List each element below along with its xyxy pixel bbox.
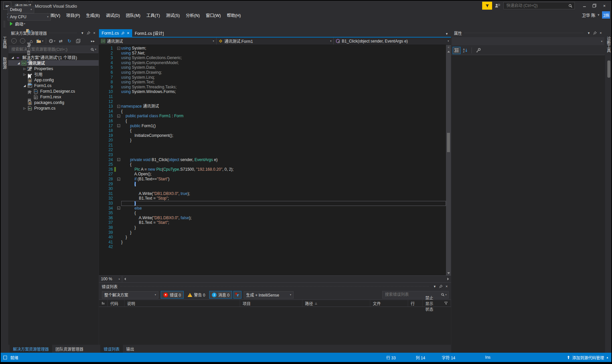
scroll-left-icon[interactable] (124, 278, 126, 280)
back-icon[interactable]: ← (10, 37, 18, 45)
column-header-项目[interactable]: 项目 (240, 300, 303, 307)
code-line[interactable]: 12 (99, 99, 446, 104)
code-line[interactable]: 9using System.Threading.Tasks; (99, 85, 446, 90)
window-position-chevron-down-icon[interactable]: ▾ (432, 283, 438, 289)
errors-toggle-button[interactable]: × 错误 0 (161, 291, 184, 299)
code-line[interactable]: 11 (99, 94, 446, 99)
pending-changes-filter-icon[interactable]: ▾ (48, 37, 56, 45)
properties-body[interactable] (451, 55, 605, 353)
code-line[interactable]: 41} (99, 240, 446, 245)
chevron-down-icon[interactable]: ▾ (27, 8, 32, 11)
feedback-icon[interactable] (495, 3, 500, 8)
pin-icon[interactable] (121, 32, 125, 35)
fold-toggle-icon[interactable]: – (116, 157, 121, 162)
code-line[interactable]: 20 } (99, 138, 446, 143)
tab-团队资源管理器[interactable]: 团队资源管理器 (52, 345, 87, 353)
fold-toggle-icon[interactable]: – (116, 177, 121, 182)
code-line[interactable]: 3using System.Collections.Generic; (99, 55, 446, 60)
fold-toggle-icon[interactable]: – (116, 46, 121, 51)
code-line[interactable]: 29 { (99, 182, 446, 187)
search-icon[interactable] (90, 47, 94, 51)
decrease-indent-icon[interactable] (7, 65, 51, 73)
code-line[interactable]: 35 { (99, 211, 446, 216)
column-header-说明[interactable]: 说明 (125, 300, 240, 307)
tab-输出[interactable]: 输出 (123, 345, 137, 353)
menu-团队(M)[interactable]: 团队(M) (123, 12, 143, 19)
menu-调试(D)[interactable]: 调试(D) (103, 12, 123, 19)
code-line[interactable]: 21 (99, 143, 446, 148)
chevron-down-icon[interactable]: ▾ (445, 293, 447, 296)
clear-bookmarks-icon[interactable] (7, 97, 51, 105)
quick-launch-box[interactable] (503, 2, 575, 9)
code-line[interactable]: 2using S7.Net; (99, 51, 446, 56)
fold-toggle-icon[interactable]: – (116, 114, 121, 119)
type-dropdown[interactable]: 通讯测试.Form1 ▾ (217, 38, 334, 45)
code-line[interactable]: 15– public partial class Form1 : Form (99, 114, 446, 119)
warnings-toggle-button[interactable]: ! 警告 0 (185, 291, 208, 299)
project-dropdown[interactable]: C# 通讯测试 ▾ (99, 38, 217, 45)
window-position-chevron-down-icon[interactable]: ▾ (79, 30, 85, 36)
close-icon[interactable]: × (599, 2, 609, 10)
chevron-down-icon[interactable]: ▾ (330, 40, 331, 43)
messages-toggle-button[interactable]: i 消息 0 (209, 291, 232, 299)
menu-工具(T)[interactable]: 工具(T) (143, 12, 163, 19)
column-header-文件[interactable]: 文件 (370, 300, 408, 307)
alphabetical-icon[interactable]: AZ (461, 47, 469, 54)
code-line[interactable]: 24– private void B1_Click(object sender,… (99, 157, 446, 162)
window-position-chevron-down-icon[interactable]: ▾ (586, 30, 592, 36)
overflow-icon[interactable]: ▸▸ (89, 37, 97, 45)
code-line[interactable]: 6using System.Drawing; (99, 70, 446, 75)
search-icon[interactable] (441, 293, 445, 297)
tab-错误列表[interactable]: 错误列表 (100, 345, 123, 353)
code-line[interactable]: 25 { (99, 162, 446, 167)
fold-toggle-icon[interactable]: – (116, 124, 121, 129)
menu-分析(N)[interactable]: 分析(N) (183, 12, 203, 19)
close-icon[interactable]: × (127, 31, 130, 36)
code-line[interactable]: 13–namespace 通讯测试 (99, 104, 446, 109)
collapse-definitions-icon[interactable] (7, 49, 51, 57)
account-area[interactable]: 卫华 陈 ▼ 卫陈 (582, 11, 611, 19)
categorized-icon[interactable] (453, 47, 461, 54)
code-line[interactable]: 37 B1.Text = "Start"; (99, 220, 446, 225)
tab-解决方案资源管理器[interactable]: 解决方案资源管理器 (10, 345, 52, 353)
pin-icon[interactable] (592, 30, 598, 36)
notifications-icon[interactable] (482, 2, 492, 10)
document-tab-Form1.cs[interactable]: Form1.cs× (99, 29, 132, 37)
code-line[interactable]: 5using System.Data; (99, 65, 446, 70)
fold-toggle-icon[interactable]: – (116, 206, 121, 211)
redo-icon[interactable]: ↷▾ (7, 0, 51, 6)
document-list-chevron-down-icon[interactable]: ▼ (445, 32, 451, 37)
menu-帮助(H)[interactable]: 帮助(H) (224, 12, 244, 19)
code-line[interactable]: 31 A.Write("DB1.DBX0.0", true); (99, 191, 446, 196)
code-editor[interactable]: 1–using System;2using S7.Net;3using Syst… (99, 45, 451, 275)
error-list-search-box[interactable]: ▾ (382, 291, 449, 299)
column-header-代码[interactable]: 代码 (108, 300, 125, 307)
code-line[interactable]: 1–using System; (99, 46, 446, 51)
code-line[interactable]: 7using System.Linq; (99, 75, 446, 80)
severity-column-header[interactable] (99, 300, 108, 307)
code-line[interactable]: 42 (99, 244, 446, 249)
code-line[interactable]: 32 B1.Text = "Stop"; (99, 196, 446, 201)
code-line[interactable]: 38 } (99, 225, 446, 230)
home-icon[interactable]: ⌂ (27, 37, 35, 45)
menu-生成(B)[interactable]: 生成(B) (83, 12, 103, 19)
code-line[interactable]: 10using System.Windows.Forms; (99, 89, 446, 94)
chevron-down-icon[interactable]: ▾ (119, 278, 120, 281)
prev-bookmark-icon[interactable] (7, 81, 51, 89)
chevron-down-icon[interactable]: ▾ (601, 40, 602, 43)
funnel-icon[interactable] (444, 301, 448, 305)
code-line[interactable]: 22 (99, 147, 446, 152)
search-icon[interactable] (568, 4, 572, 8)
menu-测试(S)[interactable]: 测试(S) (163, 12, 183, 19)
code-line[interactable]: 16 { (99, 119, 446, 124)
bookmark-icon[interactable] (7, 73, 51, 81)
code-line[interactable]: 27 A.Open(); (99, 172, 446, 177)
scope-filter-dropdown[interactable]: 整个解决方案▾ (102, 291, 158, 299)
code-line[interactable]: 17– public Form1() (99, 124, 446, 129)
code-line[interactable]: 18 { (99, 128, 446, 133)
code-line[interactable]: 8using System.Text; (99, 80, 446, 85)
error-list-body[interactable] (99, 307, 451, 345)
account-avatar[interactable]: 卫陈 (602, 11, 610, 19)
zoom-level-dropdown[interactable]: 100 % ▾ (99, 276, 122, 283)
pin-icon[interactable] (438, 283, 444, 289)
